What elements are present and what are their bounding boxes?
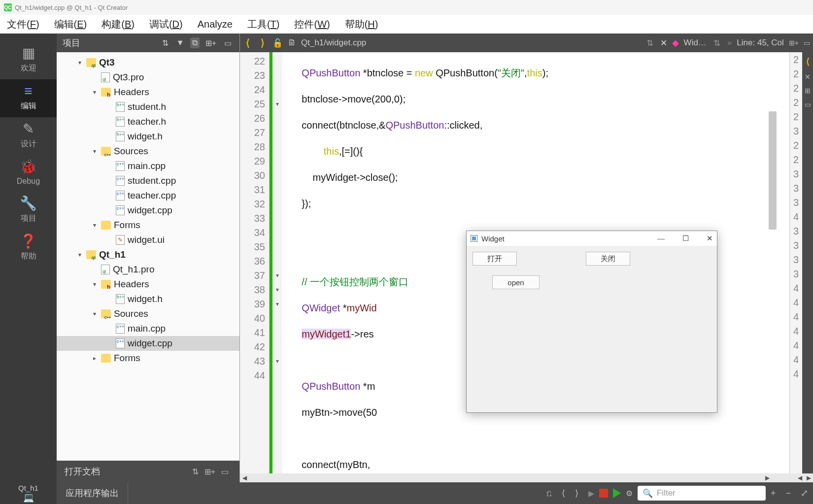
open-button[interactable]: 打开 [473,252,517,266]
mode-debug[interactable]: 🐞Debug [0,155,57,192]
tree-qth1-sources[interactable]: ▾Sources [57,306,239,321]
project-header: 项目 ⇅ ▼ ⧉ ⊞+ ▭ [57,34,239,52]
maximize-button[interactable]: ☐ [682,234,689,243]
editor-toolbar: ⟨ ⟩ 🔓 🗎 Qt_h1/widget.cpp ⇅ ✕ ◆ Wid… ⇅ » … [240,34,813,52]
open-en-button[interactable]: open [492,275,540,289]
tree-qt3-forms[interactable]: ▾Forms [57,218,239,233]
split-icon[interactable]: ⊞+ [789,39,799,47]
tree-widget-h[interactable]: widget.h [57,129,239,144]
split-icon[interactable]: ⊞ [805,87,811,95]
sort-icon[interactable]: ⇅ [160,38,170,48]
file-icon: 🗎 [288,38,296,48]
tree-qt3-headers[interactable]: ▾Headers [57,85,239,100]
symbol-dropdown-icon[interactable]: ⇅ [644,38,655,48]
nav-back[interactable]: ⟨ [243,37,253,49]
link-icon[interactable]: ⧉ [190,37,200,48]
menu-help[interactable]: 帮助(H) [345,18,378,31]
stop-icon[interactable] [599,489,608,498]
filter-placeholder: Filter [657,488,676,498]
tree-qt3-pro[interactable]: Qt3.pro [57,70,239,85]
tree-teacher-h[interactable]: teacher.h [57,114,239,129]
mode-project[interactable]: 🔧项目 [0,192,57,230]
play-icon[interactable]: ▶ [588,489,594,498]
fold-gutter[interactable]: ▾▾▾▾▾ [272,52,282,473]
menu-tools[interactable]: 工具(T) [247,18,280,31]
minus-icon[interactable]: − [780,488,796,499]
menu-file[interactable]: 文件(F) [7,18,39,31]
symbol-name[interactable]: Wid… [684,38,707,48]
bookmark-icon[interactable]: ◆ [672,37,679,48]
scroll-left-icon[interactable]: ◀ [240,474,249,481]
nav-forward[interactable]: ⟩ [258,37,268,49]
tree-student-h[interactable]: student.h [57,100,239,114]
prev-icon[interactable]: ⟨ [557,488,570,499]
filter-icon[interactable]: ▼ [174,38,186,47]
scroll-left-icon[interactable]: ◀ [795,474,804,481]
tree-qth1-main-cpp[interactable]: main.cpp [57,321,239,336]
expand-icon[interactable]: ▭ [222,38,234,48]
vertical-scrollbar[interactable] [769,111,777,230]
line-gutter[interactable]: 2223242526272829303132333435363738394041… [240,52,270,473]
tree-student-cpp[interactable]: student.cpp [57,173,239,188]
right-toolbar: ⟨ ✕ ⊞ ▭ [802,52,813,473]
close-editor[interactable]: ✕ [660,38,667,48]
target-selector[interactable]: Qt_h1 💻 [0,482,57,504]
tree-qth1-widget-cpp[interactable]: widget.cpp [57,336,239,351]
scroll-right-icon[interactable]: ▶ [804,474,813,481]
tree-qt3[interactable]: ▾Qt3 [57,55,239,70]
mode-help[interactable]: ❓帮助 [0,230,57,268]
horizontal-scrollbar[interactable]: ◀ ▶ ◀ ▶ [240,473,813,482]
gear-icon[interactable]: ⚙ [626,489,633,498]
tree-teacher-cpp[interactable]: teacher.cpp [57,188,239,203]
widget-titlebar[interactable]: Widget — ☐ ✕ [467,231,717,246]
nav-back-right[interactable]: ⟨ [806,56,810,67]
titlebar: QC Qt_h1/widget.cpp @ Qt_h1 - Qt Creator [0,0,813,15]
editor-filename[interactable]: Qt_h1/widget.cpp [301,38,366,48]
menu-edit[interactable]: 编辑(E) [54,18,87,31]
tree-qth1[interactable]: ▾Qt_h1 [57,247,239,262]
add-icon[interactable]: ⊞+ [202,467,218,476]
minimize-button[interactable]: — [657,235,665,243]
cursor-position[interactable]: Line: 45, Col [737,38,783,48]
grid-icon: ▦ [0,46,57,60]
widget-window[interactable]: Widget — ☐ ✕ 打开 关闭 open [466,231,717,413]
sort-icon[interactable]: ⇅ [189,467,202,476]
tree-qth1-pro[interactable]: Qt_h1.pro [57,262,239,277]
menu-debug[interactable]: 调试(D) [149,18,183,31]
menu-analyze[interactable]: Analyze [198,19,233,30]
mode-design[interactable]: ✎设计 [0,117,57,155]
next-icon[interactable]: ⟩ [570,488,583,499]
popout-icon[interactable]: ⤢ [796,488,813,499]
qtcreator-icon: QC [4,3,12,11]
mode-welcome[interactable]: ▦欢迎 [0,41,57,79]
close-icon[interactable]: ✕ [805,73,811,81]
tree-widget-cpp[interactable]: widget.cpp [57,203,239,218]
tree-qth1-headers[interactable]: ▾Headers [57,277,239,292]
lock-icon[interactable]: 🔓 [272,38,283,48]
tree-qt3-sources[interactable]: ▾Sources [57,144,239,159]
filter-input[interactable]: 🔍 Filter [638,486,766,501]
project-tree[interactable]: ▾Qt3 Qt3.pro ▾Headers student.h teacher.… [57,52,239,461]
clear-icon[interactable]: ⎌ [542,488,557,499]
menu-controls[interactable]: 控件(W) [294,18,330,31]
help-icon: ❓ [0,235,57,248]
add-icon[interactable]: ⊞+ [203,38,218,48]
output-tab[interactable]: 应用程序输出 [57,482,128,504]
mode-edit[interactable]: ≡编辑 [0,79,57,117]
menu-build[interactable]: 构建(B) [102,18,135,31]
tree-main-cpp[interactable]: main.cpp [57,159,239,173]
plus-icon[interactable]: + [766,488,781,499]
maximize-icon[interactable]: ▭ [804,39,810,47]
expand-icon[interactable]: ▭ [218,467,232,476]
maximize-icon[interactable]: ▭ [805,101,811,108]
scroll-right-icon[interactable]: ▶ [763,474,772,481]
tree-qth1-widget-h[interactable]: widget.h [57,292,239,306]
project-pane: 项目 ⇅ ▼ ⧉ ⊞+ ▭ ▾Qt3 Qt3.pro ▾Headers stud… [57,34,240,482]
close-button[interactable]: ✕ [707,234,713,243]
close-button-cn[interactable]: 关闭 [586,252,630,266]
tree-qth1-forms[interactable]: ▸Forms [57,351,239,366]
tree-widget-ui[interactable]: widget.ui [57,233,239,247]
pencil-icon: ✎ [0,122,57,136]
symbol-sort-icon[interactable]: ⇅ [711,38,722,48]
run-icon[interactable] [613,488,621,498]
